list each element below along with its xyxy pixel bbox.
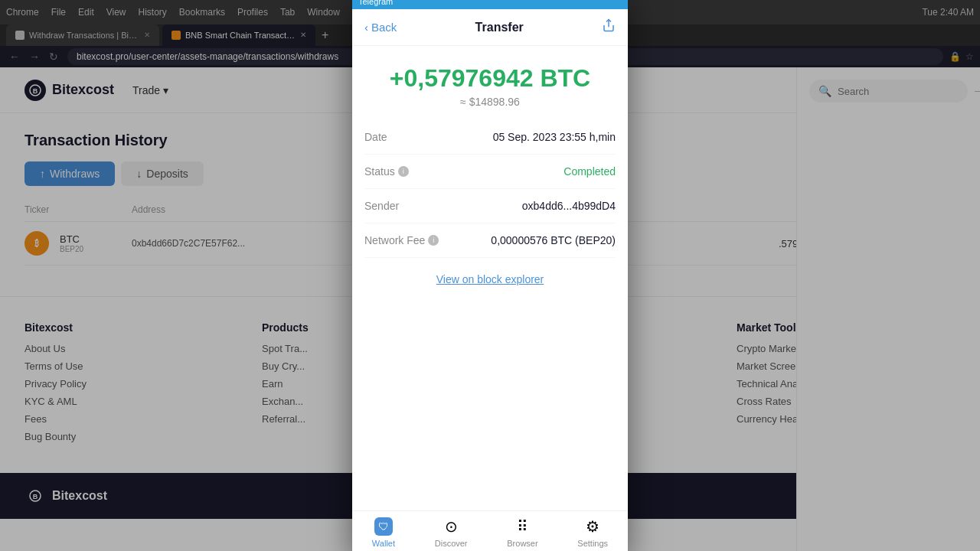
mobile-app-panel: Telegram ‹ Back Transfer +0,57976942 BTC… xyxy=(352,0,628,551)
back-button[interactable]: ‹ Back xyxy=(364,21,397,34)
network-fee-info-icon[interactable]: i xyxy=(428,235,439,246)
transfer-amount: +0,57976942 BTC xyxy=(364,64,616,93)
wallet-icon: 🛡 xyxy=(374,517,393,536)
settings-icon: ⚙ xyxy=(586,517,599,536)
nav-settings[interactable]: ⚙ Settings xyxy=(577,517,608,548)
network-fee-row: Network Fee i 0,00000576 BTC (BEP20) xyxy=(364,223,616,258)
date-label: Date xyxy=(364,131,387,143)
fiat-equivalent: ≈ $14898.96 xyxy=(364,96,616,108)
mobile-bottom-nav: 🛡 Wallet ⊙ Discover ⠿ Browser ⚙ Settings xyxy=(352,510,628,551)
nav-discover[interactable]: ⊙ Discover xyxy=(435,517,468,548)
sender-row: Sender oxb4dd6...4b99dD4 xyxy=(364,189,616,223)
network-fee-value: 0,00000576 BTC (BEP20) xyxy=(491,234,616,246)
telegram-bar: Telegram xyxy=(352,0,628,9)
nav-wallet[interactable]: 🛡 Wallet xyxy=(372,517,395,548)
transaction-details: Date 05 Sep. 2023 23:55 h,min Status i C… xyxy=(352,120,628,258)
settings-label: Settings xyxy=(577,539,608,548)
discover-label: Discover xyxy=(435,539,468,548)
chevron-left-icon: ‹ xyxy=(364,21,368,34)
network-fee-label: Network Fee i xyxy=(364,234,439,246)
browser-icon: ⠿ xyxy=(517,517,528,536)
date-row: Date 05 Sep. 2023 23:55 h,min xyxy=(364,120,616,155)
sender-value: oxb4dd6...4b99dD4 xyxy=(522,200,616,212)
discover-icon: ⊙ xyxy=(445,517,458,536)
wallet-label: Wallet xyxy=(372,539,395,548)
browser-label: Browser xyxy=(507,539,537,548)
status-row: Status i Completed xyxy=(364,155,616,189)
mobile-header: ‹ Back Transfer xyxy=(352,9,628,46)
telegram-label: Telegram xyxy=(358,0,393,6)
amount-section: +0,57976942 BTC ≈ $14898.96 xyxy=(352,46,628,120)
nav-browser[interactable]: ⠿ Browser xyxy=(507,517,537,548)
share-button[interactable] xyxy=(602,18,616,36)
status-label: Status i xyxy=(364,165,409,178)
sender-label: Sender xyxy=(364,200,399,212)
status-value: Completed xyxy=(564,165,616,178)
date-value: 05 Sep. 2023 23:55 h,min xyxy=(493,131,616,143)
block-explorer-link[interactable]: View on block explorer xyxy=(352,258,628,301)
modal-overlay: Telegram ‹ Back Transfer +0,57976942 BTC… xyxy=(0,0,980,551)
status-info-icon[interactable]: i xyxy=(398,166,409,177)
mobile-screen-title: Transfer xyxy=(397,21,602,34)
